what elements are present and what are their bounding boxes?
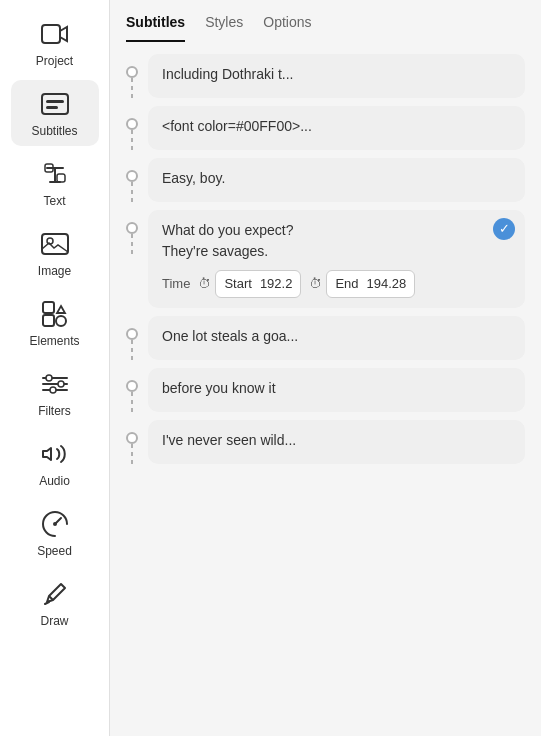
subtitle-row: One lot steals a goa... <box>126 316 525 360</box>
timeline-dot-container-1 <box>126 54 138 98</box>
svg-point-19 <box>50 387 56 393</box>
timeline-line-4 <box>131 234 133 254</box>
subtitle-card-3[interactable]: Easy, boy. <box>148 158 525 202</box>
end-label: End <box>335 274 358 294</box>
svg-rect-11 <box>43 302 54 313</box>
end-value-num: 194.28 <box>367 274 407 294</box>
timeline-dot-6 <box>126 380 138 392</box>
tab-options[interactable]: Options <box>263 14 311 42</box>
svg-rect-2 <box>46 100 64 103</box>
timeline-dot-4 <box>126 222 138 234</box>
timeline-dot-1 <box>126 66 138 78</box>
timeline-dot-2 <box>126 118 138 130</box>
start-value-num: 192.2 <box>260 274 293 294</box>
filters-icon <box>39 368 71 400</box>
svg-point-21 <box>53 522 57 526</box>
subtitle-list: Including Dothraki t... <font color=#00F… <box>110 42 541 736</box>
timeline-line-7 <box>131 444 133 464</box>
timeline-dot-container-2 <box>126 106 138 150</box>
subtitles-icon <box>39 88 71 120</box>
video-icon <box>39 18 71 50</box>
svg-rect-13 <box>43 315 54 326</box>
subtitle-card-6[interactable]: before you know it <box>148 368 525 412</box>
time-label: Time <box>162 274 190 294</box>
timeline-dot-container-3 <box>126 158 138 202</box>
timeline-dot-container-5 <box>126 316 138 360</box>
svg-rect-3 <box>46 106 58 109</box>
image-icon <box>39 228 71 260</box>
sidebar-item-audio[interactable]: Audio <box>11 430 99 496</box>
sidebar-item-speed-label: Speed <box>37 544 72 558</box>
subtitle-row: before you know it <box>126 368 525 412</box>
sidebar-item-project[interactable]: Project <box>11 10 99 76</box>
draw-icon <box>39 578 71 610</box>
text-icon <box>39 158 71 190</box>
sidebar-item-image-label: Image <box>38 264 71 278</box>
sidebar-item-filters[interactable]: Filters <box>11 360 99 426</box>
subtitle-card-2[interactable]: <font color=#00FF00>... <box>148 106 525 150</box>
svg-point-18 <box>58 381 64 387</box>
subtitle-text-4-line2: They're savages. <box>162 241 511 262</box>
sidebar-item-audio-label: Audio <box>39 474 70 488</box>
main-content: Subtitles Styles Options Including Dothr… <box>110 0 541 736</box>
sidebar-item-draw[interactable]: Draw <box>11 570 99 636</box>
svg-rect-1 <box>42 94 68 114</box>
time-end-group: ⏱ End 194.28 <box>309 270 415 298</box>
time-end-input[interactable]: End 194.28 <box>326 270 415 298</box>
clock-icon-start: ⏱ <box>198 274 211 294</box>
timeline-dot-3 <box>126 170 138 182</box>
sidebar-item-subtitles[interactable]: Subtitles <box>11 80 99 146</box>
svg-point-12 <box>56 316 66 326</box>
sidebar-item-text[interactable]: Text <box>11 150 99 216</box>
sidebar-item-subtitles-label: Subtitles <box>31 124 77 138</box>
subtitle-card-1[interactable]: Including Dothraki t... <box>148 54 525 98</box>
elements-icon <box>39 298 71 330</box>
svg-point-17 <box>46 375 52 381</box>
subtitle-text-1: Including Dothraki t... <box>162 66 294 82</box>
svg-rect-8 <box>57 174 65 182</box>
svg-rect-9 <box>42 234 68 254</box>
timeline-dot-container-6 <box>126 368 138 412</box>
timeline-line-1 <box>131 78 133 98</box>
clock-icon-end: ⏱ <box>309 274 322 294</box>
sidebar-item-filters-label: Filters <box>38 404 71 418</box>
sidebar: Project Subtitles Text <box>0 0 110 736</box>
time-row: Time ⏱ Start 192.2 ⏱ End <box>162 270 511 298</box>
subtitle-card-4[interactable]: ✓ What do you expect? They're savages. T… <box>148 210 525 308</box>
subtitle-row: <font color=#00FF00>... <box>126 106 525 150</box>
sidebar-item-image[interactable]: Image <box>11 220 99 286</box>
speed-icon <box>39 508 71 540</box>
sidebar-item-elements[interactable]: Elements <box>11 290 99 356</box>
sidebar-item-elements-label: Elements <box>29 334 79 348</box>
svg-line-23 <box>45 602 49 604</box>
subtitle-card-7[interactable]: I've never seen wild... <box>148 420 525 464</box>
subtitle-text-4-line1: What do you expect? <box>162 220 483 241</box>
sidebar-item-project-label: Project <box>36 54 73 68</box>
subtitle-row: Easy, boy. <box>126 158 525 202</box>
subtitle-row: I've never seen wild... <box>126 420 525 464</box>
timeline-dot-container-7 <box>126 420 138 464</box>
subtitle-text-5: One lot steals a goa... <box>162 328 298 344</box>
timeline-line-5 <box>131 340 133 360</box>
subtitle-row-selected: ✓ What do you expect? They're savages. T… <box>126 210 525 308</box>
timeline-dot-7 <box>126 432 138 444</box>
tab-bar: Subtitles Styles Options <box>110 0 541 42</box>
sidebar-item-draw-label: Draw <box>40 614 68 628</box>
subtitle-text-6: before you know it <box>162 380 276 396</box>
subtitle-text-3: Easy, boy. <box>162 170 225 186</box>
timeline-line-3 <box>131 182 133 202</box>
sidebar-item-text-label: Text <box>43 194 65 208</box>
start-label: Start <box>224 274 251 294</box>
timeline-dot-container-4 <box>126 210 138 254</box>
check-badge: ✓ <box>493 218 515 240</box>
time-start-input[interactable]: Start 192.2 <box>215 270 301 298</box>
subtitle-card-5[interactable]: One lot steals a goa... <box>148 316 525 360</box>
subtitle-text-2: <font color=#00FF00>... <box>162 118 312 134</box>
sidebar-item-speed[interactable]: Speed <box>11 500 99 566</box>
timeline-dot-5 <box>126 328 138 340</box>
tab-subtitles[interactable]: Subtitles <box>126 14 185 42</box>
audio-icon <box>39 438 71 470</box>
time-start-group: ⏱ Start 192.2 <box>198 270 301 298</box>
subtitle-text-7: I've never seen wild... <box>162 432 296 448</box>
tab-styles[interactable]: Styles <box>205 14 243 42</box>
